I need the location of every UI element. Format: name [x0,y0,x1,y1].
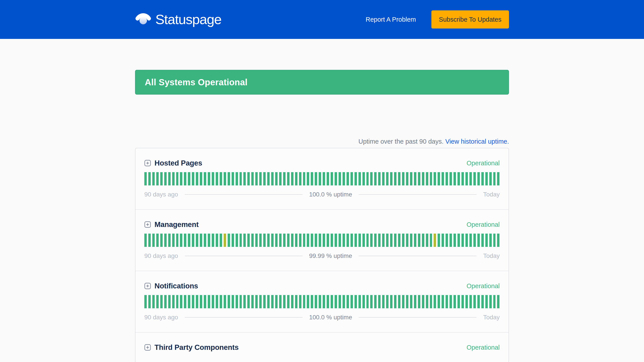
uptime-bar[interactable] [462,172,464,186]
view-historical-uptime-link[interactable]: View historical uptime. [445,138,509,145]
uptime-bar[interactable] [220,234,222,247]
uptime-bar[interactable] [454,295,456,308]
uptime-bar[interactable] [144,172,147,186]
uptime-bar[interactable] [307,234,309,247]
uptime-bar[interactable] [192,172,194,186]
uptime-bar[interactable] [275,234,278,247]
uptime-bar[interactable] [224,234,226,247]
uptime-bar[interactable] [382,172,384,186]
uptime-bar[interactable] [291,172,294,186]
uptime-bar[interactable] [172,172,174,186]
uptime-bar[interactable] [334,234,337,247]
uptime-bar[interactable] [446,295,448,308]
uptime-bar[interactable] [362,295,365,308]
uptime-bar[interactable] [493,295,496,308]
uptime-bar[interactable] [180,234,182,247]
uptime-bar[interactable] [212,172,214,186]
uptime-bar[interactable] [342,295,345,308]
uptime-bar[interactable] [442,234,444,247]
uptime-bar[interactable] [196,172,198,186]
uptime-bar[interactable] [212,234,214,247]
uptime-bar[interactable] [402,234,404,247]
uptime-bar[interactable] [319,295,321,308]
uptime-bar[interactable] [374,295,376,308]
uptime-bar[interactable] [228,295,230,308]
uptime-bar[interactable] [470,172,472,186]
uptime-bar[interactable] [434,295,436,308]
uptime-bar[interactable] [184,172,186,186]
uptime-bar[interactable] [291,295,294,308]
uptime-bar[interactable] [164,172,167,186]
uptime-bar[interactable] [307,295,309,308]
uptime-bar[interactable] [497,172,500,186]
uptime-bar[interactable] [370,295,372,308]
uptime-bar[interactable] [330,295,333,308]
uptime-bar[interactable] [251,172,254,186]
uptime-bar[interactable] [299,234,302,247]
uptime-bar[interactable] [481,234,484,247]
uptime-bar[interactable] [434,234,436,247]
uptime-bar[interactable] [466,234,468,247]
uptime-bar[interactable] [450,172,452,186]
uptime-bar[interactable] [378,295,380,308]
uptime-bar[interactable] [164,234,167,247]
uptime-bar[interactable] [370,234,372,247]
uptime-bar[interactable] [196,234,198,247]
uptime-bar[interactable] [338,234,341,247]
uptime-bar[interactable] [458,172,460,186]
uptime-bar[interactable] [236,234,238,247]
uptime-bar[interactable] [402,295,404,308]
uptime-bar[interactable] [160,172,163,186]
uptime-bar[interactable] [247,172,250,186]
uptime-bar[interactable] [350,172,353,186]
uptime-bar[interactable] [204,295,206,308]
uptime-bar[interactable] [192,295,194,308]
uptime-bar[interactable] [271,234,274,247]
uptime-bar[interactable] [208,234,210,247]
uptime-bar[interactable] [295,295,298,308]
uptime-bar[interactable] [477,172,480,186]
expand-icon[interactable] [144,221,151,228]
uptime-bar[interactable] [287,172,290,186]
uptime-bar[interactable] [350,234,353,247]
uptime-bar[interactable] [406,295,408,308]
uptime-bar[interactable] [216,172,218,186]
uptime-bar[interactable] [243,234,246,247]
uptime-bar[interactable] [470,295,472,308]
uptime-bar[interactable] [426,234,428,247]
uptime-bar[interactable] [156,234,159,247]
uptime-bar[interactable] [358,172,361,186]
uptime-bar[interactable] [418,295,420,308]
uptime-bar[interactable] [346,295,349,308]
uptime-bar[interactable] [156,295,159,308]
uptime-bar[interactable] [434,172,436,186]
uptime-bar[interactable] [481,295,484,308]
uptime-bar[interactable] [338,172,341,186]
uptime-bar[interactable] [398,295,400,308]
uptime-bar[interactable] [454,172,456,186]
uptime-bar[interactable] [466,172,468,186]
uptime-bar[interactable] [470,234,472,247]
uptime-bar[interactable] [307,172,309,186]
subscribe-to-updates-button[interactable]: Subscribe To Updates [432,10,509,28]
uptime-bar[interactable] [370,172,372,186]
uptime-bar[interactable] [382,234,384,247]
uptime-bar[interactable] [319,234,321,247]
uptime-bar[interactable] [236,295,238,308]
uptime-bar[interactable] [283,172,286,186]
uptime-bar[interactable] [240,172,242,186]
uptime-bar[interactable] [168,295,170,308]
uptime-bar[interactable] [485,295,488,308]
uptime-bar[interactable] [291,234,294,247]
uptime-bar[interactable] [247,234,250,247]
uptime-bar[interactable] [275,295,278,308]
uptime-bar[interactable] [346,234,349,247]
uptime-bar[interactable] [172,234,174,247]
uptime-bar[interactable] [160,295,163,308]
uptime-bar[interactable] [176,172,178,186]
uptime-bar[interactable] [279,234,282,247]
uptime-bar[interactable] [303,172,306,186]
uptime-bar[interactable] [334,172,337,186]
uptime-bar[interactable] [152,172,155,186]
uptime-bar[interactable] [251,295,254,308]
